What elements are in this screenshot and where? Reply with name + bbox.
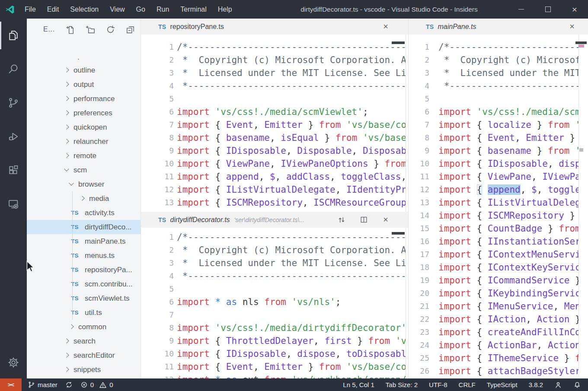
- code-line[interactable]: 1/*-------------------------------------…: [141, 41, 406, 54]
- code-line[interactable]: 23import { createAndFillInContextMenuAct…: [409, 326, 578, 339]
- tree-item-performance[interactable]: performance: [27, 92, 141, 106]
- new-folder-button[interactable]: [81, 24, 101, 35]
- indentation-item[interactable]: Tab Size: 2: [386, 381, 418, 388]
- code-line[interactable]: 7import { localize } from 'vs/nls';: [409, 118, 578, 131]
- code-line[interactable]: 7import { Event, Emitter } from 'vs/base…: [141, 118, 406, 131]
- tree-item-snippets[interactable]: snippets: [27, 362, 141, 377]
- tree-item-preferences[interactable]: preferences: [27, 106, 141, 120]
- activity-run-debug-button[interactable]: [0, 120, 27, 153]
- tree-item-openrecent[interactable]: openRecent: [27, 59, 141, 63]
- code-line[interactable]: 22import { IAction, Action } from 'vs/ba…: [409, 313, 578, 326]
- notifications-button[interactable]: [573, 381, 581, 389]
- code-line[interactable]: 8import 'vs/css!./media/dirtydiffDecorat…: [141, 321, 406, 334]
- code-line[interactable]: 4 *-------------------------------------…: [141, 79, 406, 92]
- tree-item-search[interactable]: search: [27, 334, 141, 348]
- code-line[interactable]: 8import { Event, Emitter } from 'vs/base…: [409, 131, 578, 144]
- tree-item-repositorypa[interactable]: TSrepositoryPa...: [27, 263, 141, 277]
- menu-run[interactable]: Run: [151, 0, 175, 19]
- close-editor-button[interactable]: ×: [379, 19, 393, 35]
- code-line[interactable]: 2 * Copyright (c) Microsoft Corporation.…: [409, 54, 578, 67]
- tree-item-dirtydiffdeco[interactable]: TSdirtydiffDeco...: [27, 220, 141, 234]
- code-line[interactable]: 5: [409, 92, 578, 105]
- close-editor-button[interactable]: ×: [379, 212, 393, 228]
- code-line[interactable]: 11import { ViewPane, IViewPaneOptions } …: [409, 170, 578, 183]
- tree-item-relauncher[interactable]: relauncher: [27, 134, 141, 149]
- collapse-folders-button[interactable]: [121, 24, 141, 35]
- close-editor-button[interactable]: ×: [565, 19, 579, 35]
- code-line[interactable]: 12import { IListVirtualDelegate, IIdenti…: [141, 183, 406, 196]
- code-line[interactable]: 4 *-------------------------------------…: [409, 79, 578, 92]
- code-line[interactable]: 11import { append, $, addClass, toggleCl…: [141, 170, 406, 183]
- editor-title-repositoryPane[interactable]: TS repositoryPane.ts ×: [141, 19, 408, 35]
- menu-view[interactable]: View: [104, 0, 130, 19]
- code-line[interactable]: 16import { IInstantiationService } from …: [409, 235, 578, 248]
- code-line[interactable]: 3 * Licensed under the MIT License. See …: [409, 67, 578, 79]
- menu-edit[interactable]: Edit: [42, 0, 65, 19]
- scrollbar-thumb[interactable]: [392, 41, 405, 44]
- code-area-dirtydiffDecorator[interactable]: 1/*-------------------------------------…: [141, 228, 406, 378]
- tree-item-menus-ts[interactable]: TSmenus.ts: [27, 248, 141, 263]
- code-line[interactable]: 2 * Copyright (c) Microsoft Corporation.…: [141, 54, 406, 67]
- code-line[interactable]: 19import { ICommandService } from 'vs/pl…: [409, 274, 578, 287]
- code-line[interactable]: 13import { ISCMRepository, ISCMResourceG…: [141, 196, 406, 209]
- tree-item-mainpane-ts[interactable]: TSmainPane.ts: [27, 234, 141, 248]
- branch-status-item[interactable]: master: [28, 381, 58, 388]
- remote-indicator[interactable]: ><: [0, 378, 22, 391]
- code-line[interactable]: 20import { IKeybindingService } from 'vs…: [409, 287, 578, 300]
- typescript-version-item[interactable]: 3.8.2: [529, 381, 543, 388]
- code-line[interactable]: 3 * Licensed under the MIT License. See …: [141, 67, 406, 79]
- code-line[interactable]: 9import { IDisposable, Disposable, Dispo…: [141, 144, 406, 157]
- tree-item-scm[interactable]: scm: [27, 163, 141, 177]
- code-line[interactable]: 17import { IContextMenuService } from 'v…: [409, 248, 578, 261]
- menu-terminal[interactable]: Terminal: [175, 0, 212, 19]
- activity-search-button[interactable]: [0, 52, 27, 86]
- new-file-button[interactable]: [61, 24, 81, 35]
- code-line[interactable]: 8import { basename, isEqual } from 'vs/b…: [141, 131, 406, 144]
- encoding-item[interactable]: UTF-8: [429, 381, 447, 388]
- problems-status-item[interactable]: 0 0: [80, 381, 113, 389]
- activity-explorer-button[interactable]: [0, 19, 27, 52]
- tree-item-scmviewlet-ts[interactable]: TSscmViewlet.ts: [27, 291, 141, 305]
- code-line[interactable]: 13import { IListVirtualDelegate } from '…: [409, 196, 578, 209]
- code-line[interactable]: 4 *-------------------------------------…: [141, 270, 406, 283]
- code-line[interactable]: 26import { attachBadgeStyler } from 'vs/…: [409, 365, 578, 378]
- code-line[interactable]: 24import { ActionBar, ActionViewItem } f…: [409, 339, 578, 352]
- menu-go[interactable]: Go: [131, 0, 151, 19]
- code-line[interactable]: 14import { ISCMRepository } from 'vs/wor…: [409, 209, 578, 222]
- tree-item-activity-ts[interactable]: TSactivity.ts: [27, 206, 141, 220]
- code-line[interactable]: 6import 'vs/css!./media/scmViewlet';: [141, 105, 406, 118]
- code-line[interactable]: 1/*-------------------------------------…: [141, 231, 406, 244]
- menu-selection[interactable]: Selection: [64, 0, 104, 19]
- tree-item-searcheditor[interactable]: searchEditor: [27, 348, 141, 362]
- code-area-mainPane[interactable]: 1/*-------------------------------------…: [409, 35, 578, 378]
- code-line[interactable]: 5: [141, 283, 406, 296]
- code-line[interactable]: 2 * Copyright (c) Microsoft Corporation.…: [141, 244, 406, 257]
- code-line[interactable]: 9import { basename } from 'vs/base/commo…: [409, 144, 578, 157]
- scrollbar-thumb[interactable]: [575, 41, 587, 44]
- code-line[interactable]: 21import { IMenuService, MenuItemAction …: [409, 300, 578, 313]
- maximize-button[interactable]: [534, 0, 561, 19]
- activity-extensions-button[interactable]: [0, 153, 27, 187]
- cursor-position-item[interactable]: Ln 5, Col 1: [343, 381, 374, 388]
- code-line[interactable]: 12import { append, $, toggleClass, track…: [409, 183, 578, 196]
- tree-item-browser[interactable]: browser: [27, 177, 141, 191]
- activity-source-control-button[interactable]: [0, 86, 27, 120]
- code-line[interactable]: 1/*-------------------------------------…: [409, 41, 578, 54]
- feedback-button[interactable]: [554, 381, 562, 389]
- split-editor-button[interactable]: [357, 212, 371, 228]
- code-line[interactable]: 12import * as ext from 'vs/workbench/com…: [141, 373, 406, 378]
- code-line[interactable]: 18import { IContextKeyService } from 'vs…: [409, 261, 578, 274]
- menu-help[interactable]: Help: [212, 0, 238, 19]
- code-line[interactable]: 6import * as nls from 'vs/nls';: [141, 296, 406, 308]
- close-window-button[interactable]: ×: [561, 0, 588, 19]
- code-line[interactable]: 5: [141, 92, 406, 105]
- code-line[interactable]: 15import { CountBadge } from 'vs/base/br…: [409, 222, 578, 235]
- tree-item-util-ts[interactable]: TSutil.ts: [27, 305, 141, 320]
- tree-item-remote[interactable]: remote: [27, 149, 141, 163]
- settings-gear-button[interactable]: [0, 352, 27, 373]
- menu-file[interactable]: File: [19, 0, 42, 19]
- tree-item-quickopen[interactable]: quickopen: [27, 120, 141, 134]
- code-line[interactable]: 10import { ViewPane, IViewPaneOptions } …: [141, 157, 406, 170]
- minimize-button[interactable]: [508, 0, 534, 19]
- code-area-repositoryPane[interactable]: 1/*-------------------------------------…: [141, 35, 406, 212]
